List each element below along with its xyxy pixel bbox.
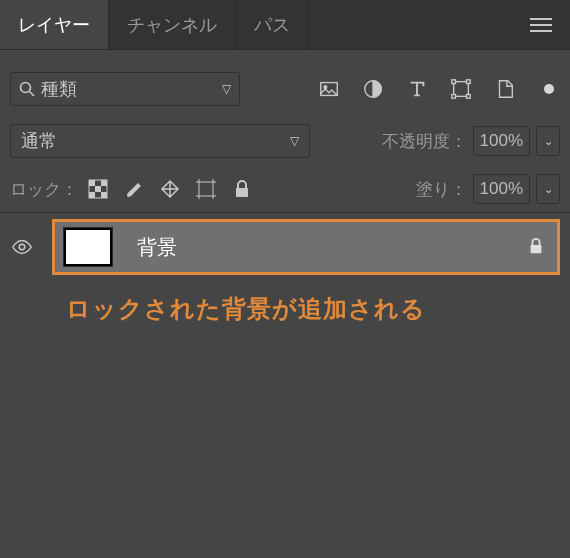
svg-rect-15 — [101, 192, 107, 198]
chevron-down-icon: ▽ — [222, 82, 231, 96]
svg-rect-12 — [101, 180, 107, 186]
opacity-value[interactable]: 100% — [473, 126, 530, 156]
layer-type-filter-label: 種類 — [41, 77, 222, 101]
lock-icons — [88, 179, 252, 199]
fill-value[interactable]: 100% — [473, 174, 530, 204]
chevron-down-icon: ▽ — [290, 134, 299, 148]
panel-menu-icon[interactable] — [512, 0, 570, 49]
blend-mode-value: 通常 — [21, 129, 57, 153]
svg-point-18 — [19, 244, 25, 250]
fill-dropdown[interactable]: ⌄ — [536, 174, 560, 204]
lock-transparency-icon[interactable] — [88, 179, 108, 199]
filter-pixel-icon[interactable] — [318, 78, 340, 100]
lock-position-icon[interactable] — [160, 179, 180, 199]
tab-layers-label: レイヤー — [18, 13, 90, 37]
filter-smartobj-icon[interactable] — [494, 78, 516, 100]
tab-layers[interactable]: レイヤー — [0, 0, 109, 49]
filter-icons — [318, 78, 560, 100]
filter-adjust-icon[interactable] — [362, 78, 384, 100]
visibility-toggle[interactable] — [10, 236, 34, 258]
filter-shape-icon[interactable] — [450, 78, 472, 100]
tab-paths[interactable]: パス — [236, 0, 309, 49]
tab-paths-label: パス — [254, 13, 290, 37]
filter-toggle-icon[interactable] — [544, 84, 554, 94]
opacity-dropdown[interactable]: ⌄ — [536, 126, 560, 156]
opacity-label: 不透明度： — [382, 130, 467, 153]
lock-all-icon[interactable] — [232, 179, 252, 199]
svg-rect-16 — [199, 182, 213, 196]
filter-type-icon[interactable] — [406, 78, 428, 100]
layers-list: 背景 ロックされた背景が追加される — [0, 212, 570, 325]
opacity-group: 不透明度： 100% ⌄ — [382, 126, 560, 156]
svg-rect-13 — [95, 186, 101, 192]
svg-rect-7 — [467, 80, 471, 84]
tab-channels[interactable]: チャンネル — [109, 0, 236, 49]
svg-rect-14 — [89, 192, 95, 198]
tab-channels-label: チャンネル — [127, 13, 217, 37]
fill-label: 塗り： — [416, 178, 467, 201]
svg-rect-6 — [452, 80, 456, 84]
lock-icon — [527, 237, 545, 258]
svg-point-0 — [21, 83, 31, 93]
lock-row: ロック： 塗り： 100% ⌄ — [0, 166, 570, 212]
filter-row: 種類 ▽ — [0, 50, 570, 116]
fill-group: 塗り： 100% ⌄ — [416, 174, 560, 204]
lock-label: ロック： — [10, 178, 78, 201]
layer-entry-background[interactable]: 背景 — [52, 219, 560, 275]
layer-name: 背景 — [137, 234, 527, 261]
layer-row[interactable]: 背景 — [10, 219, 560, 275]
svg-line-1 — [30, 92, 35, 97]
svg-rect-9 — [467, 95, 471, 99]
svg-rect-19 — [531, 245, 542, 253]
blend-mode-select[interactable]: 通常 ▽ — [10, 124, 310, 158]
layer-type-filter[interactable]: 種類 ▽ — [10, 72, 240, 106]
svg-rect-11 — [89, 180, 95, 186]
svg-rect-8 — [452, 95, 456, 99]
lock-artboard-icon[interactable] — [196, 179, 216, 199]
annotation-text: ロックされた背景が追加される — [10, 275, 560, 325]
svg-rect-17 — [236, 188, 248, 197]
layer-thumbnail[interactable] — [63, 227, 113, 267]
lock-paint-icon[interactable] — [124, 179, 144, 199]
blend-row: 通常 ▽ 不透明度： 100% ⌄ — [0, 116, 570, 166]
panel-tabbar: レイヤー チャンネル パス — [0, 0, 570, 50]
